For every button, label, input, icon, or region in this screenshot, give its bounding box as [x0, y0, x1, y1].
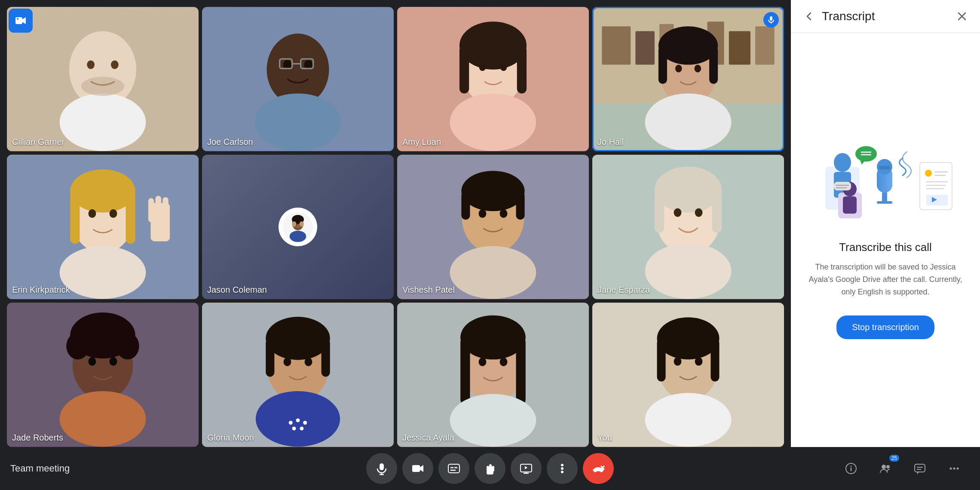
svg-rect-67 — [516, 191, 525, 220]
svg-rect-52 — [156, 196, 161, 222]
svg-point-49 — [110, 209, 117, 218]
meeting-info-button[interactable] — [836, 453, 867, 484]
svg-rect-36 — [709, 46, 718, 84]
svg-rect-31 — [729, 31, 750, 65]
svg-rect-161 — [487, 470, 493, 475]
participant-name-jane: Jane Esparza — [597, 285, 650, 295]
chat-button[interactable] — [904, 453, 935, 484]
meeting-name: Team meeting — [10, 463, 70, 474]
participant-name-jade: Jade Roberts — [12, 433, 63, 443]
svg-rect-154 — [448, 464, 459, 473]
svg-rect-153 — [412, 465, 420, 472]
svg-rect-0 — [15, 17, 22, 24]
svg-rect-95 — [322, 338, 330, 377]
svg-point-65 — [461, 171, 524, 211]
svg-marker-176 — [917, 472, 919, 475]
transcript-close-button[interactable] — [954, 9, 970, 24]
transcript-back-button[interactable] — [801, 9, 817, 24]
svg-point-85 — [82, 329, 101, 352]
svg-rect-94 — [266, 338, 274, 377]
participant-name-amy: Amy Luan — [402, 137, 441, 147]
video-tile-amy-luan[interactable]: Amy Luan — [397, 7, 589, 151]
svg-point-21 — [479, 63, 486, 71]
video-tile-cillian-garner[interactable]: Cillian Garner — [7, 7, 199, 151]
svg-point-165 — [561, 464, 564, 466]
transcript-header: Transcript — [791, 0, 980, 33]
captions-button[interactable] — [438, 453, 469, 484]
svg-point-23 — [450, 93, 536, 151]
transcript-call-title: Transcribe this call — [839, 241, 932, 254]
svg-point-5 — [111, 61, 119, 69]
svg-point-96 — [284, 358, 291, 366]
svg-point-110 — [479, 358, 487, 366]
participant-name-joe: Joe Carlson — [207, 137, 253, 147]
video-tile-erin-kirkpatrick[interactable]: Erin Kirkpatrick — [7, 155, 199, 299]
svg-rect-27 — [635, 31, 655, 65]
svg-point-54 — [60, 246, 146, 299]
svg-point-142 — [925, 170, 932, 177]
svg-point-125 — [855, 146, 877, 162]
activities-button[interactable] — [939, 453, 970, 484]
transcript-illustration — [817, 141, 954, 227]
svg-rect-109 — [516, 337, 526, 404]
svg-point-102 — [292, 426, 296, 430]
app-icon — [9, 9, 33, 33]
video-tile-you[interactable]: You — [592, 303, 784, 447]
video-grid-container: Cillian Garner Joe Carlson — [0, 0, 791, 447]
svg-point-166 — [561, 467, 564, 470]
microphone-button[interactable] — [366, 453, 397, 484]
participants-button[interactable]: 25 — [870, 453, 901, 484]
video-tile-jane-esparza[interactable]: Jane Esparza — [592, 155, 784, 299]
svg-rect-150 — [380, 463, 384, 470]
svg-point-60 — [300, 221, 304, 227]
svg-point-78 — [695, 208, 703, 217]
toolbar-center-controls — [366, 453, 614, 484]
video-tile-gloria-moon[interactable]: Gloria Moon — [202, 303, 394, 447]
svg-point-37 — [675, 65, 682, 73]
camera-button[interactable] — [402, 453, 433, 484]
svg-point-179 — [950, 468, 952, 470]
raise-hand-button[interactable] — [475, 453, 505, 484]
video-tile-jessica-ayala[interactable]: Jessica Ayala — [397, 303, 589, 447]
svg-rect-137 — [843, 196, 857, 214]
video-tile-joe-carlson[interactable]: Joe Carlson — [202, 7, 394, 151]
transcript-description: The transcription will be saved to Jessi… — [808, 261, 963, 298]
svg-point-1 — [17, 18, 18, 20]
svg-point-6 — [60, 93, 146, 151]
video-tile-jade-roberts[interactable]: Jade Roberts — [7, 303, 199, 447]
svg-point-69 — [500, 209, 508, 218]
svg-rect-133 — [882, 193, 887, 201]
svg-point-167 — [561, 471, 564, 473]
svg-rect-47 — [126, 191, 135, 244]
svg-rect-138 — [834, 182, 851, 190]
svg-rect-148 — [926, 195, 948, 205]
participant-name-jessica: Jessica Ayala — [402, 433, 454, 443]
svg-rect-20 — [517, 46, 527, 94]
video-tile-jo-hall[interactable]: Jo Hall — [592, 7, 784, 151]
svg-point-181 — [957, 468, 959, 470]
svg-point-79 — [645, 243, 732, 299]
svg-rect-51 — [148, 198, 154, 222]
svg-point-77 — [674, 208, 682, 217]
svg-point-68 — [479, 209, 487, 218]
video-tile-jason-coleman[interactable]: Jason Coleman — [202, 155, 394, 299]
svg-rect-46 — [70, 191, 80, 244]
svg-marker-126 — [860, 159, 866, 165]
svg-point-7 — [81, 77, 124, 96]
svg-rect-66 — [461, 191, 470, 220]
transcript-title: Transcript — [822, 9, 954, 23]
svg-point-103 — [300, 426, 303, 430]
svg-point-111 — [500, 358, 508, 366]
participant-name-vishesh: Vishesh Patel — [402, 285, 455, 295]
video-tile-vishesh-patel[interactable]: Vishesh Patel — [397, 155, 589, 299]
end-call-button[interactable] — [583, 453, 614, 484]
stop-transcription-button[interactable]: Stop transcription — [836, 315, 934, 339]
svg-point-107 — [460, 315, 526, 360]
mic-active-indicator — [763, 12, 779, 28]
svg-point-45 — [70, 169, 135, 212]
present-button[interactable] — [511, 453, 542, 484]
more-options-button[interactable] — [547, 453, 578, 484]
svg-point-174 — [886, 465, 890, 469]
svg-point-38 — [694, 65, 701, 73]
svg-rect-132 — [879, 166, 890, 169]
